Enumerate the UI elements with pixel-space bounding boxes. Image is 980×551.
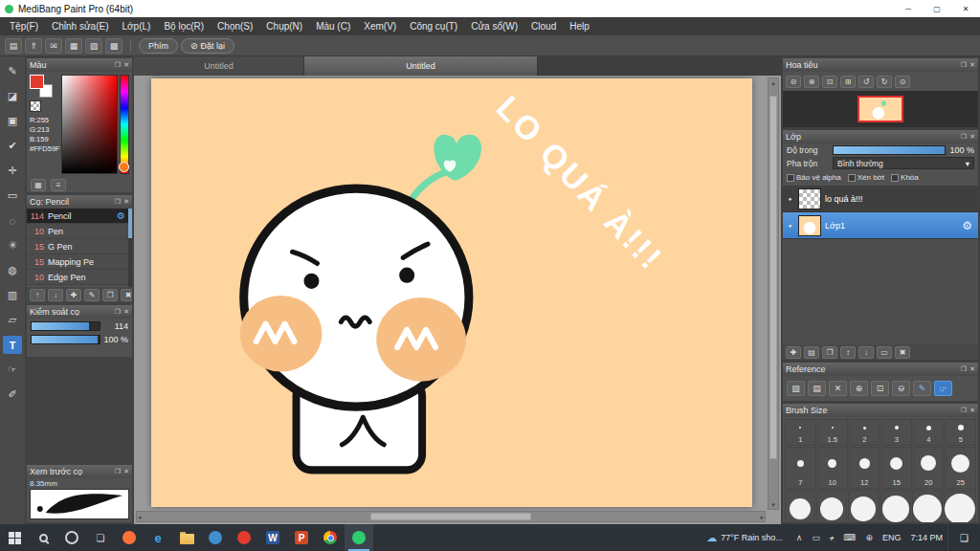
pan-tool[interactable]: ☞	[3, 361, 22, 379]
ref-image-icon[interactable]: ▧	[787, 381, 805, 396]
vertical-scroll-thumb[interactable]	[769, 96, 777, 459]
tray-expand-icon[interactable]: ∧	[791, 533, 808, 542]
duplicate-brush-icon[interactable]: ❐	[102, 289, 118, 301]
gradient-tool[interactable]: ▥	[3, 286, 22, 304]
bucket-tool[interactable]: ◍	[3, 261, 22, 279]
saturation-value-picker[interactable]	[61, 75, 118, 174]
rect-select-tool[interactable]: ▭	[3, 187, 22, 205]
close-icon[interactable]: ✕	[123, 61, 129, 69]
add-layer-icon[interactable]: ✚	[786, 346, 801, 359]
firefox-icon[interactable]	[115, 524, 144, 551]
popout-icon[interactable]: ❐	[115, 468, 121, 475]
brush-list-item[interactable]: 15G Pen	[27, 239, 132, 254]
blend-mode-dropdown[interactable]: Bình thường ▾	[833, 157, 974, 169]
merge-layer-icon[interactable]: ↓	[858, 346, 874, 359]
close-icon[interactable]: ✕	[123, 308, 129, 316]
foreground-color-swatch[interactable]	[30, 75, 44, 89]
popout-icon[interactable]: ❐	[115, 61, 121, 69]
shape-tool[interactable]: ▱	[3, 311, 22, 329]
layer-option-checkbox[interactable]: Bảo vệ alpha	[787, 173, 841, 182]
move-tool[interactable]: ✛	[3, 162, 22, 180]
add-brush-icon[interactable]: ✚	[66, 289, 81, 301]
delete-brush-icon[interactable]: ✖	[121, 289, 132, 301]
canvas-tab[interactable]: Untitled	[304, 56, 538, 76]
display-icon[interactable]: ▭	[807, 533, 825, 542]
brush-size-option[interactable]	[848, 490, 879, 522]
popout-icon[interactable]: ❐	[115, 308, 121, 316]
cortana-button[interactable]	[57, 524, 86, 551]
brush-size-option[interactable]	[912, 490, 943, 522]
brush-size-option[interactable]: 1.5	[817, 419, 849, 446]
comment-icon[interactable]: ✉	[45, 38, 62, 54]
popout-icon[interactable]: ❐	[115, 198, 121, 206]
canvas-tab[interactable]: Untitled	[134, 56, 304, 76]
brush-size-option[interactable]: 4	[913, 419, 945, 446]
phim-button[interactable]: Phím	[139, 38, 178, 54]
menu-item[interactable]: Help	[563, 21, 596, 32]
layer-visibility-icon[interactable]: ●	[786, 223, 794, 229]
select-pen-tool[interactable]: ✔	[3, 137, 22, 155]
minimize-button[interactable]: ─	[894, 0, 923, 17]
medibang-icon[interactable]	[345, 524, 373, 551]
nav-zoom-out-icon[interactable]: ⊖	[786, 76, 801, 88]
layer-row[interactable]: ●lo quá à!!!	[783, 186, 978, 212]
eyedropper-tool[interactable]: ✐	[3, 386, 22, 404]
menu-item[interactable]: Chụp(N)	[259, 21, 309, 32]
brush-size-option[interactable]: 3	[881, 419, 913, 446]
menu-item[interactable]: Xem(V)	[357, 21, 403, 32]
layer-row[interactable]: ●Lớp1⚙	[783, 212, 978, 239]
brush-list-item[interactable]: 10Pen	[27, 224, 132, 239]
brush-size-option[interactable]: 7	[785, 447, 816, 489]
popout-icon[interactable]: ❐	[961, 133, 967, 141]
text-tool[interactable]: T	[3, 336, 22, 354]
menu-item[interactable]: Bộ lọc(R)	[157, 21, 211, 32]
brush-size-slider[interactable]	[31, 321, 100, 331]
chrome-icon[interactable]	[316, 524, 345, 551]
nav-rotate-left-icon[interactable]: ↺	[858, 76, 874, 88]
close-icon[interactable]: ✕	[969, 61, 975, 69]
brush-size-option[interactable]	[944, 490, 976, 522]
brush-list-item[interactable]: 10Edge Pen	[27, 270, 132, 285]
close-button[interactable]: ✕	[951, 0, 980, 17]
notification-center-icon[interactable]: ❏	[947, 524, 980, 551]
mute-icon[interactable]: ♪	[825, 533, 839, 542]
menu-item[interactable]: Lớp(L)	[116, 21, 158, 32]
close-icon[interactable]: ✕	[969, 133, 975, 141]
brush-size-option[interactable]: 12	[849, 447, 880, 489]
canvas-vertical-scrollbar[interactable]: ▴ ▾	[768, 77, 779, 510]
ref-folder-icon[interactable]: ▤	[808, 381, 826, 396]
palette-icon[interactable]: ▦	[65, 38, 82, 54]
brush-tool[interactable]: ✎	[3, 62, 22, 80]
popout-icon[interactable]: ❐	[961, 365, 967, 373]
close-icon[interactable]: ✕	[123, 198, 129, 206]
brush-list-item[interactable]: 114Pencil⚙	[27, 209, 132, 224]
edit-brush-icon[interactable]: ✎	[84, 289, 100, 301]
brush-list-item[interactable]: 15Mapping Pe	[27, 254, 132, 270]
menu-item[interactable]: Tệp(F)	[3, 21, 45, 32]
start-button[interactable]	[0, 524, 29, 551]
brush-size-option[interactable]: 15	[881, 447, 913, 489]
palette-tab-icon[interactable]: ▦	[31, 179, 46, 191]
new-canvas-icon[interactable]: ▤	[5, 38, 22, 54]
horizontal-scroll-thumb[interactable]	[370, 513, 531, 520]
app-blue-icon[interactable]	[201, 524, 230, 551]
brush-size-option[interactable]: 25	[946, 447, 977, 489]
edge-icon[interactable]: e	[144, 524, 172, 551]
nav-actual-size-icon[interactable]: ⊞	[840, 76, 856, 88]
eraser-tool[interactable]: ◪	[3, 87, 22, 105]
material-icon[interactable]: ▨	[85, 38, 102, 54]
grid-icon[interactable]: ▩	[105, 38, 122, 54]
delete-layer-icon[interactable]: ✖	[895, 346, 910, 359]
clear-layer-icon[interactable]: ▭	[877, 346, 892, 359]
menu-item[interactable]: Màu (C)	[309, 21, 357, 32]
color-swatches[interactable]	[30, 75, 55, 98]
duplicate-layer-icon[interactable]: ❐	[822, 346, 837, 359]
layer-folder-icon[interactable]: ▤	[804, 346, 819, 359]
layer-option-checkbox[interactable]: Khóa	[891, 173, 919, 182]
hue-marker[interactable]	[119, 162, 129, 172]
move-layer-icon[interactable]: ↕	[840, 346, 856, 359]
navigator-thumbnail[interactable]	[858, 96, 903, 122]
nav-rotate-right-icon[interactable]: ↻	[877, 76, 892, 88]
fill-tool[interactable]: ▣	[3, 112, 22, 130]
magic-wand-tool[interactable]: ✳	[3, 236, 22, 254]
